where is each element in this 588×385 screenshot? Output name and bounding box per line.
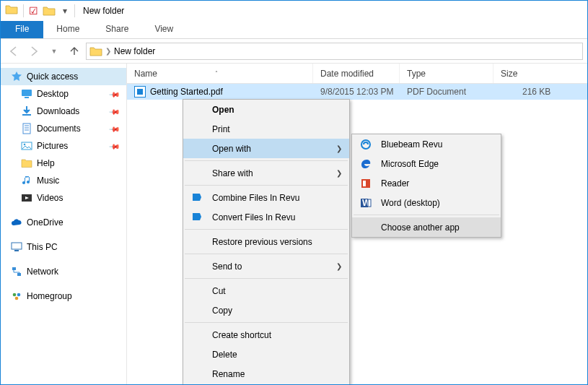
nav-recent-dropdown[interactable]: ▼ — [45, 43, 63, 60]
separator — [74, 4, 75, 17]
nav-forward-button[interactable] — [25, 43, 43, 60]
revu-icon — [190, 211, 203, 224]
sidebar-item-music[interactable]: Music — [1, 172, 126, 189]
sidebar-item-network[interactable]: Network — [1, 263, 126, 280]
breadcrumb-item[interactable]: New folder — [114, 46, 155, 56]
ctx-open[interactable]: Open — [183, 100, 349, 119]
nav-back-button[interactable] — [5, 43, 22, 60]
desktop-icon — [21, 88, 32, 100]
svg-rect-1 — [25, 97, 29, 98]
sidebar-item-homegroup[interactable]: Homegroup — [1, 287, 126, 305]
sidebar-item-desktop[interactable]: Desktop 📌 — [1, 85, 126, 103]
qat-properties-icon[interactable]: ☑ — [26, 4, 40, 18]
pin-icon: 📌 — [109, 140, 120, 152]
file-date: 9/8/2015 12:03 PM — [313, 87, 400, 97]
file-type: PDF Document — [400, 87, 493, 97]
pin-icon: 📌 — [109, 88, 120, 100]
column-header-date[interactable]: Date modified — [313, 64, 400, 83]
file-row[interactable]: Getting Started.pdf 9/8/2015 12:03 PM PD… — [127, 84, 587, 100]
sidebar-item-downloads[interactable]: Downloads 📌 — [1, 103, 126, 120]
qat-dropdown-icon[interactable]: ▾ — [58, 4, 72, 18]
this-pc-icon — [11, 241, 22, 253]
edge-icon — [359, 157, 372, 170]
sidebar-label: Desktop — [37, 89, 69, 99]
file-name: Getting Started.pdf — [150, 87, 223, 97]
separator — [354, 215, 499, 215]
sidebar-item-quick-access[interactable]: Quick access — [1, 68, 126, 85]
file-size: 216 KB — [493, 87, 550, 97]
tab-home[interactable]: Home — [43, 21, 92, 38]
navigation-pane: Quick access Desktop 📌 Downloads 📌 Docum… — [1, 64, 127, 384]
submenu-arrow-icon: ❯ — [336, 262, 342, 270]
revu-icon — [190, 191, 203, 204]
sidebar-item-onedrive[interactable]: OneDrive — [1, 214, 126, 231]
ctx-cut[interactable]: Cut — [183, 281, 349, 300]
sidebar-label: Help — [37, 158, 55, 168]
ctx-convert-revu[interactable]: Convert Files In Revu — [183, 207, 349, 227]
column-header-type[interactable]: Type — [400, 64, 493, 83]
sidebar-label: This PC — [27, 242, 58, 252]
sidebar-item-pictures[interactable]: Pictures 📌 — [1, 137, 126, 155]
address-bar[interactable]: ❯ New folder — [86, 43, 583, 60]
ctx-copy[interactable]: Copy — [183, 300, 349, 320]
openwith-choose-another[interactable]: Choose another app — [352, 217, 501, 237]
sidebar-label: OneDrive — [27, 217, 63, 228]
ctx-create-shortcut[interactable]: Create shortcut — [183, 325, 349, 345]
tab-share[interactable]: Share — [92, 21, 141, 38]
tab-view[interactable]: View — [141, 21, 186, 38]
separator — [185, 322, 348, 323]
openwith-reader[interactable]: Reader — [352, 173, 501, 193]
svg-rect-22 — [368, 199, 371, 207]
sidebar-item-documents[interactable]: Documents 📌 — [1, 120, 126, 137]
pdf-file-icon — [134, 86, 146, 98]
openwith-bluebeam[interactable]: Bluebeam Revu — [352, 134, 501, 154]
svg-point-14 — [13, 293, 17, 297]
ctx-restore-versions[interactable]: Restore previous versions — [183, 232, 349, 251]
column-headers: Name˄ Date modified Type Size — [127, 64, 587, 84]
ctx-combine-revu[interactable]: Combine Files In Revu — [183, 188, 349, 207]
svg-rect-2 — [22, 114, 31, 116]
separator — [185, 254, 348, 254]
separator — [185, 160, 348, 161]
pin-icon: 📌 — [109, 105, 120, 117]
tab-file[interactable]: File — [1, 21, 43, 38]
sidebar-item-help[interactable]: Help — [1, 155, 126, 172]
ctx-delete[interactable]: Delete — [183, 345, 349, 364]
homegroup-icon — [11, 290, 22, 302]
ctx-share-with[interactable]: Share with❯ — [183, 163, 349, 183]
separator — [185, 185, 348, 186]
qat-newfolder-icon[interactable] — [42, 4, 56, 18]
submenu-arrow-icon: ❯ — [336, 144, 342, 152]
music-icon — [21, 175, 32, 186]
documents-icon — [21, 123, 32, 134]
ctx-print[interactable]: Print — [183, 119, 349, 139]
column-header-size[interactable]: Size — [493, 64, 587, 83]
svg-rect-19 — [363, 181, 366, 186]
column-header-name[interactable]: Name˄ — [127, 64, 313, 83]
ctx-send-to[interactable]: Send to❯ — [183, 256, 349, 276]
sidebar-label: Videos — [37, 193, 63, 203]
quick-access-toolbar: ☑ ▾ — [26, 4, 72, 18]
ctx-open-with[interactable]: Open with❯ — [183, 139, 349, 158]
separator — [185, 278, 348, 279]
window-title: New folder — [83, 6, 124, 16]
separator — [23, 4, 24, 17]
sidebar-item-this-pc[interactable]: This PC — [1, 238, 126, 256]
openwith-word[interactable]: W Word (desktop) — [352, 193, 501, 212]
submenu-arrow-icon: ❯ — [336, 169, 342, 177]
open-with-submenu: Bluebeam Revu Microsoft Edge Reader W Wo… — [351, 134, 501, 238]
breadcrumb-folder-icon — [89, 46, 102, 57]
sidebar-item-videos[interactable]: Videos — [1, 189, 126, 207]
chevron-right-icon[interactable]: ❯ — [105, 47, 111, 55]
nav-up-button[interactable] — [66, 43, 83, 60]
help-folder-icon — [21, 157, 32, 169]
videos-icon — [21, 192, 32, 204]
openwith-edge[interactable]: Microsoft Edge — [352, 154, 501, 173]
sidebar-label: Pictures — [37, 141, 68, 151]
sidebar-label: Homegroup — [27, 291, 72, 301]
svg-point-15 — [17, 293, 21, 297]
ctx-rename[interactable]: Rename — [183, 364, 349, 384]
svg-point-17 — [361, 140, 370, 149]
pin-icon: 📌 — [109, 123, 120, 134]
reader-icon — [359, 177, 372, 190]
